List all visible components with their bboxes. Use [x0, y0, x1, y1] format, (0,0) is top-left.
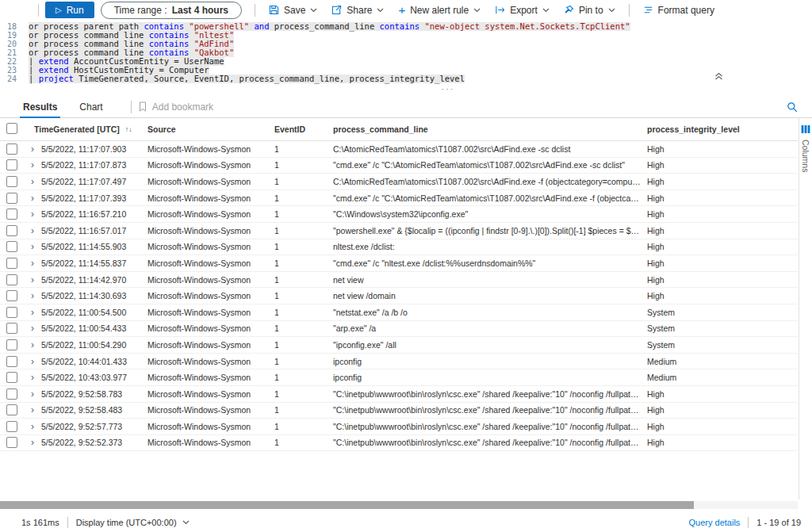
horizontal-scrollbar[interactable]	[0, 501, 798, 509]
time-range-picker[interactable]: Time range : Last 4 hours	[101, 2, 242, 19]
table-row[interactable]: ›5/5/2022, 11:14:55.837Microsoft-Windows…	[0, 255, 798, 272]
query-details-link[interactable]: Query details	[689, 518, 741, 527]
row-select-cell	[0, 323, 24, 334]
editor-results-splitter[interactable]: ···	[0, 82, 812, 95]
row-expand-cell: ›	[24, 357, 41, 366]
header-process-integrity-level[interactable]: process_integrity_level	[641, 124, 798, 134]
cell-source: Microsoft-Windows-Sysmon	[143, 291, 270, 300]
cell-process-integrity-level: High	[641, 226, 798, 235]
row-expand-icon[interactable]: ›	[31, 372, 34, 383]
row-expand-icon[interactable]: ›	[31, 388, 34, 400]
table-row[interactable]: ›5/5/2022, 11:00:54.500Microsoft-Windows…	[0, 304, 798, 321]
row-checkbox[interactable]	[6, 193, 17, 204]
row-checkbox[interactable]	[6, 225, 17, 236]
header-time-generated[interactable]: TimeGenerated [UTC] ↑↓	[24, 124, 143, 134]
pin-to-button[interactable]: Pin to	[557, 2, 622, 19]
scrollbar-thumb[interactable]	[0, 501, 694, 509]
table-row[interactable]: ›5/5/2022, 11:17:07.903Microsoft-Windows…	[0, 141, 798, 158]
select-all-checkbox[interactable]	[6, 123, 17, 134]
row-expand-icon[interactable]: ›	[31, 421, 34, 432]
row-expand-icon[interactable]: ›	[31, 404, 34, 415]
row-checkbox[interactable]	[6, 323, 17, 334]
row-expand-icon[interactable]: ›	[31, 307, 34, 318]
row-expand-icon[interactable]: ›	[31, 193, 34, 204]
columns-panel-toggle[interactable]: Columns	[799, 117, 812, 499]
row-checkbox[interactable]	[6, 307, 17, 318]
add-bookmark-button[interactable]: Add bookmark	[138, 101, 213, 113]
row-expand-cell: ›	[24, 323, 41, 333]
cell-process-integrity-level: High	[641, 389, 798, 399]
format-query-button[interactable]: Format query	[636, 2, 722, 19]
run-button[interactable]: ▷ Run	[45, 2, 94, 18]
search-results-button[interactable]	[787, 101, 798, 113]
row-expand-icon[interactable]: ›	[31, 159, 34, 170]
row-checkbox[interactable]	[6, 339, 17, 350]
query-toolbar: ▷ Run Time range : Last 4 hours Save Sha…	[0, 0, 812, 20]
row-checkbox[interactable]	[6, 144, 17, 155]
header-source[interactable]: Source	[143, 124, 270, 134]
display-time-dropdown[interactable]: Display time (UTC+00:00)	[76, 518, 190, 527]
table-row[interactable]: ›5/5/2022, 11:17:07.873Microsoft-Windows…	[0, 158, 798, 174]
row-expand-icon[interactable]: ›	[31, 356, 34, 367]
code-lines: 18or process_parent_path contains "power…	[4, 22, 812, 83]
table-row[interactable]: ›5/5/2022, 11:16:57.210Microsoft-Windows…	[0, 206, 798, 223]
header-process-command-line[interactable]: process_command_line	[328, 124, 641, 134]
tab-chart[interactable]: Chart	[79, 100, 103, 114]
tab-results[interactable]: Results	[22, 100, 58, 114]
row-expand-icon[interactable]: ›	[31, 437, 34, 448]
row-checkbox[interactable]	[6, 404, 17, 415]
row-checkbox[interactable]	[6, 372, 17, 383]
sort-icon[interactable]: ↑↓	[125, 125, 132, 133]
tabbar-divider	[131, 101, 132, 113]
row-checkbox[interactable]	[6, 421, 17, 432]
table-row[interactable]: ›5/5/2022, 10:43:03.977Microsoft-Windows…	[0, 369, 798, 386]
row-expand-icon[interactable]: ›	[31, 339, 34, 350]
export-button[interactable]: Export	[488, 2, 557, 19]
row-checkbox[interactable]	[6, 274, 17, 285]
row-checkbox[interactable]	[6, 388, 17, 400]
row-expand-icon[interactable]: ›	[31, 258, 34, 269]
row-checkbox[interactable]	[6, 258, 17, 269]
row-expand-icon[interactable]: ›	[31, 241, 34, 252]
share-button[interactable]: Share	[324, 2, 391, 19]
header-event-id[interactable]: EventID	[270, 124, 328, 134]
cell-source: Microsoft-Windows-Sysmon	[143, 438, 270, 447]
row-expand-cell: ›	[24, 209, 41, 219]
row-checkbox[interactable]	[6, 209, 17, 220]
table-row[interactable]: ›5/5/2022, 11:00:54.433Microsoft-Windows…	[0, 321, 798, 338]
row-checkbox[interactable]	[6, 159, 17, 170]
table-row[interactable]: ›5/5/2022, 9:52:52.373Microsoft-Windows-…	[0, 435, 798, 452]
table-row[interactable]: ›5/5/2022, 11:17:07.393Microsoft-Windows…	[0, 190, 798, 207]
row-expand-icon[interactable]: ›	[31, 144, 34, 155]
table-row[interactable]: ›5/5/2022, 11:14:42.970Microsoft-Windows…	[0, 272, 798, 289]
row-expand-icon[interactable]: ›	[31, 209, 34, 220]
cell-time-generated: 5/5/2022, 11:00:54.290	[41, 340, 143, 350]
collapse-editor-button[interactable]	[714, 72, 723, 80]
cell-source: Microsoft-Windows-Sysmon	[143, 389, 270, 399]
table-row[interactable]: ›5/5/2022, 11:00:54.290Microsoft-Windows…	[0, 337, 798, 354]
table-row[interactable]: ›5/5/2022, 10:44:01.433Microsoft-Windows…	[0, 354, 798, 370]
table-row[interactable]: ›5/5/2022, 9:52:57.773Microsoft-Windows-…	[0, 419, 798, 435]
row-select-cell	[0, 421, 24, 432]
row-select-cell	[0, 274, 24, 285]
row-expand-icon[interactable]: ›	[31, 225, 34, 236]
row-checkbox[interactable]	[6, 290, 17, 301]
table-row[interactable]: ›5/5/2022, 11:16:57.017Microsoft-Windows…	[0, 223, 798, 239]
table-row[interactable]: ›5/5/2022, 11:14:30.693Microsoft-Windows…	[0, 288, 798, 304]
row-expand-icon[interactable]: ›	[31, 176, 34, 187]
table-row[interactable]: ›5/5/2022, 11:14:55.903Microsoft-Windows…	[0, 239, 798, 256]
row-checkbox[interactable]	[6, 176, 17, 187]
row-checkbox[interactable]	[6, 437, 17, 448]
row-checkbox[interactable]	[6, 241, 17, 252]
table-row[interactable]: ›5/5/2022, 9:52:58.783Microsoft-Windows-…	[0, 386, 798, 403]
new-alert-rule-button[interactable]: + New alert rule	[391, 2, 488, 19]
table-row[interactable]: ›5/5/2022, 11:17:07.497Microsoft-Windows…	[0, 174, 798, 190]
row-checkbox[interactable]	[6, 356, 17, 367]
row-expand-icon[interactable]: ›	[31, 323, 34, 334]
row-expand-icon[interactable]: ›	[31, 274, 34, 285]
row-expand-icon[interactable]: ›	[31, 290, 34, 301]
cell-process-command-line: "arp.exe" /a	[328, 323, 641, 333]
save-button[interactable]: Save	[262, 2, 324, 19]
query-editor[interactable]: 18or process_parent_path contains "power…	[0, 22, 812, 86]
table-row[interactable]: ›5/5/2022, 9:52:58.483Microsoft-Windows-…	[0, 403, 798, 419]
